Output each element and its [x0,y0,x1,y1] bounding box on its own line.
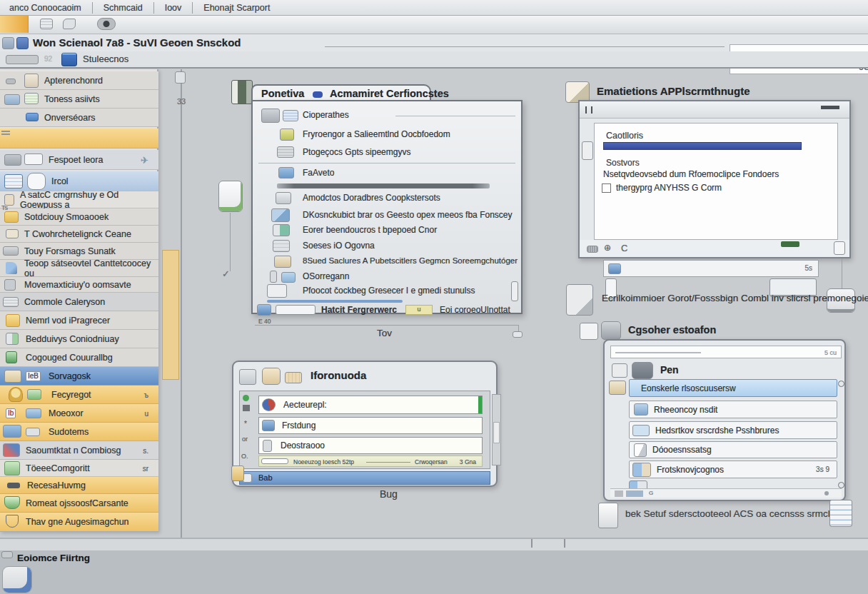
sidebar-item[interactable]: Movemaxticiuy'o oomsavte [0,277,158,293]
input-field[interactable]: Frstdung [258,417,483,434]
row-badge: 3s 9 [816,465,829,473]
pen-row[interactable]: Frotsknovjcognos 3s 9 [629,460,837,478]
sidebar-item[interactable]: RecesaHuvmg [0,477,158,494]
divider-handle-icon[interactable] [175,71,186,84]
certificates-dialog: Ponetiva Acmamiret Cerfioncstes Cioperat… [251,84,523,320]
info-bottom-bar[interactable]: Bab [239,471,490,485]
sidebar-item[interactable]: Fespoet leora ✈ [0,150,158,170]
section-label: Sostvors [606,158,640,168]
plus-icon[interactable]: ⊕ [604,243,611,253]
printer-icon[interactable] [40,19,53,29]
menu-item-schema[interactable]: Schmcaid [94,0,152,16]
scroll-dot-bottom[interactable] [838,482,844,488]
scroll-arrow-icon[interactable] [834,241,845,255]
dialog-footer-row: Hatcit Fergrerwerc u Eoi coroeoUlnottat [253,304,521,317]
connector-line-down [230,213,231,271]
sidebar-item[interactable]: Sudotems [0,423,158,441]
menu-separator [192,2,193,14]
settings-titlebar[interactable] [580,101,849,119]
status-label: Eoiomce Fiirtng [17,553,90,563]
pen-dialog: 5 cu Pen Eonskerle rlsoscuusersw Rheeonc… [603,339,846,501]
dark-square-icon [243,405,250,411]
sidebar-item[interactable]: Teoop sátseovtel Canttetcoocey ou [0,260,158,277]
scrollbar[interactable] [492,394,501,465]
sidebar-item[interactable]: T Cwohrchetelignck Ceane [0,226,158,243]
footer-mini-button[interactable]: u [405,305,433,315]
input-field[interactable]: Aecteurepl: [258,396,483,414]
handset-icon[interactable] [63,19,76,29]
sidebar-item[interactable]: Toness asiivts [0,90,158,109]
settings-title: Ematietions APPlscrmthnugte [597,85,750,97]
pen-row[interactable]: Hedsrtkov srscrdshe Psshbrures [629,421,837,439]
pen-row[interactable]: Rheeoncoy nsdit [629,401,837,418]
sidebar-item[interactable]: Apterenchonrd [0,71,158,90]
sidebar-item-highlight[interactable] [0,129,158,148]
sidebar-item[interactable]: Sotdciouy Smoaooek [0,208,158,226]
status-strip [0,539,868,550]
sidebar-item[interactable]: Saoumtktat n Combiosg s. [0,441,158,460]
dialog-row[interactable]: Cioperathes [253,109,521,124]
sidebar-item[interactable]: Bedduivys Coniodniuay [0,330,158,348]
key-icon [280,129,294,141]
pen-bottom-bar: G [610,488,842,498]
screen-icon [27,389,41,400]
menu-item-support[interactable]: Ehonajt Scarport [194,0,279,16]
sidebar-item[interactable]: Romeat ojssoosfCarsante [0,494,158,513]
checkbox-label[interactable]: thergyprg ANYHSS G Corm [616,183,722,193]
menu-item-view[interactable]: Ioov [156,0,191,16]
pen-title: Pen [660,364,679,376]
sidebar-item[interactable]: Commole Caleryson [0,293,158,311]
bar-blue-icon [608,263,621,274]
sidebar-item-selected-light[interactable]: Ircol [0,171,158,191]
pale-blue-icon [632,425,650,436]
mini-field-icon[interactable] [261,458,288,464]
status-mini-icon [1,551,13,558]
menu-separator [92,2,93,14]
display-icon [3,425,21,438]
grid-small-icon [283,110,298,121]
sort-glyph: u [144,409,148,417]
footer-field-icon[interactable] [276,305,316,315]
sidebar-item[interactable]: Nemrl vod iPragrecer [0,311,158,330]
caption-tov: Tov [377,328,392,338]
faint-counter: 92 [44,55,52,63]
sidebar-item[interactable]: Fecyregot ъ [0,386,158,404]
bottom-glyph: G [649,490,653,496]
scroll-dot-top[interactable] [838,381,844,387]
subtab-label[interactable]: Stuleecnos [83,54,128,64]
sidebar-item[interactable]: TöeeeComgoritt sr [0,460,158,477]
margin-ts-mark: Ts [1,204,8,211]
sidebar-item[interactable]: Onverséoars [0,109,158,127]
document-title[interactable]: Won Scienaol 7a8 - SuVI Geoen Snsckod [33,36,241,49]
sidebar-item[interactable]: A satcC cmgrnshuy e Od Goewpuss a [0,191,158,208]
input-field[interactable]: Deostraooo [258,437,483,454]
scroll-hint-icon[interactable] [511,281,518,301]
connector-line [842,258,842,290]
anyhss-checkbox[interactable] [602,183,611,193]
collapsed-field-icon[interactable] [6,55,39,64]
menu-item-connection[interactable]: anco Conoocaoim [0,0,91,16]
c-glyph: C [621,243,627,253]
navigation-sidebar: Apterenchonrd Toness asiivts Onverséoars… [0,69,158,532]
list-icon[interactable] [61,53,77,66]
sidebar-item-selected[interactable]: IeB Sorvagosk [0,367,158,386]
status-app-icon[interactable] [2,566,32,593]
outline-box-icon [267,284,287,298]
pen-dark-icon [632,362,653,379]
sort-glyph: sr [143,464,148,472]
mini-bar-icon [7,483,20,488]
pen-row[interactable]: Dóooesnssatsg [629,441,837,458]
vertical-divider [181,69,182,538]
package-icon [4,461,20,475]
camera-icon[interactable] [97,18,116,30]
connector-foot-icon [513,331,523,338]
sidebar-item[interactable]: Touy Forsmags Sunatk [0,243,158,260]
lock-icon [9,387,23,402]
sidebar-item[interactable]: Cogouged Couurallbg [0,348,158,367]
pen-row-selected[interactable]: Eonskerle rlsoscuusersw [629,379,837,397]
settings-footer: ⊕ C [580,240,849,257]
info-dialog-body: * or O. Aecteurepl: Frstdung Deostraooo … [239,391,490,469]
sidebar-item[interactable]: Ib Moeoxor u [0,404,158,423]
grid-icon [4,174,23,188]
sidebar-item[interactable]: Thav gne Augesimagchun [0,513,158,531]
